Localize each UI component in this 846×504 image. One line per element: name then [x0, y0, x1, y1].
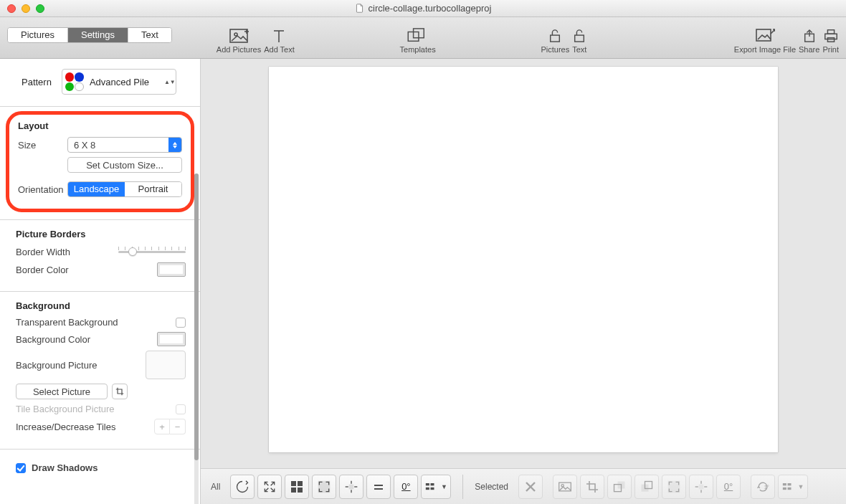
pattern-label: Pattern: [22, 77, 52, 87]
select-picture-button[interactable]: Select Picture: [16, 384, 108, 399]
svg-rect-35: [430, 487, 434, 489]
svg-rect-54: [787, 487, 791, 489]
send-back-icon: [640, 480, 654, 494]
set-custom-size-button[interactable]: Set Custom Size...: [67, 157, 182, 173]
center-button[interactable]: [339, 475, 363, 499]
sel-center-button[interactable]: [689, 475, 713, 499]
print-icon: [823, 28, 839, 44]
fill-icon: [317, 480, 331, 494]
orientation-portrait[interactable]: Portrait: [125, 182, 181, 196]
settings-sidebar: Pattern Advanced Pile ▲▼ Layout Size 6 X…: [0, 59, 201, 504]
pattern-select[interactable]: Advanced Pile ▲▼: [62, 69, 176, 95]
templates-icon: [407, 28, 429, 44]
all-label: All: [211, 482, 220, 492]
svg-rect-41: [618, 481, 625, 488]
fullscreen-window[interactable]: [36, 4, 44, 13]
svg-rect-22: [291, 488, 296, 493]
rotate-button[interactable]: 1°: [751, 475, 775, 499]
layout-highlight: Layout Size 6 X 8 Set Custom Size... Ori…: [6, 111, 194, 212]
svg-rect-53: [787, 483, 791, 485]
bring-front-icon: [612, 480, 627, 494]
all-tools: 0° ▼: [230, 475, 451, 499]
shuffle-button[interactable]: [230, 475, 255, 499]
svg-rect-23: [298, 488, 303, 493]
collage-canvas[interactable]: [269, 67, 778, 452]
transparent-bg-checkbox[interactable]: [176, 318, 186, 328]
tab-pictures[interactable]: Pictures: [8, 28, 68, 42]
sel-crop-button[interactable]: [580, 475, 604, 499]
titlebar: circle-collage.turbocollageproj: [0, 0, 846, 17]
align-menu-button[interactable]: ▼: [421, 475, 451, 499]
bring-front-button[interactable]: [607, 475, 632, 499]
lock-pictures-button[interactable]: Pictures: [541, 27, 569, 54]
share-button[interactable]: Share: [799, 27, 819, 54]
fit-button[interactable]: [257, 475, 282, 499]
svg-line-16: [265, 482, 269, 485]
crop-bg-button[interactable]: [112, 384, 128, 399]
draw-shadows-checkbox[interactable]: [16, 463, 26, 473]
toolbar: Pictures Settings Text Add Pictures Add …: [0, 17, 846, 59]
background-heading: Background: [16, 300, 186, 311]
templates-button[interactable]: Templates: [400, 27, 436, 54]
close-window[interactable]: [7, 4, 16, 13]
export-button[interactable]: Export Image File: [734, 27, 796, 54]
svg-text:1°: 1°: [764, 484, 769, 490]
add-pictures-icon: [229, 28, 249, 44]
border-color-swatch[interactable]: [157, 262, 186, 277]
bg-color-swatch[interactable]: [157, 332, 186, 346]
tab-settings[interactable]: Settings: [68, 28, 128, 42]
svg-rect-51: [782, 483, 786, 485]
sel-fill-button[interactable]: [662, 475, 686, 499]
send-back-button[interactable]: [634, 475, 659, 499]
add-pictures-label: Add Pictures: [217, 45, 261, 54]
print-label: Print: [822, 45, 839, 54]
add-pictures-button[interactable]: Add Pictures: [217, 27, 261, 54]
delete-button[interactable]: [518, 475, 543, 499]
fill-icon: [667, 480, 681, 494]
tile-bg-label: Tile Background Picture: [16, 404, 115, 414]
lock-text-label: Text: [572, 45, 586, 54]
sel-reset-rotation-button[interactable]: 0°: [716, 475, 741, 499]
grid-button[interactable]: [285, 475, 309, 499]
orientation-landscape[interactable]: Landscape: [68, 182, 125, 196]
sidebar-scrollbar[interactable]: [194, 173, 199, 504]
sel-picture-button[interactable]: [553, 475, 577, 499]
svg-rect-20: [291, 481, 296, 486]
align-menu-icon: [425, 481, 439, 493]
share-icon: [803, 28, 816, 44]
tab-text[interactable]: Text: [128, 28, 171, 42]
tile-bg-checkbox[interactable]: [176, 404, 186, 414]
size-select[interactable]: 6 X 8: [67, 137, 182, 153]
bg-picture-thumb[interactable]: [146, 351, 186, 379]
svg-rect-33: [426, 487, 429, 489]
size-label: Size: [18, 140, 36, 151]
add-text-button[interactable]: Add Text: [264, 27, 295, 54]
svg-rect-34: [430, 483, 434, 485]
lock-pictures-label: Pictures: [541, 45, 569, 54]
templates-label: Templates: [400, 45, 436, 54]
svg-rect-43: [642, 484, 649, 491]
tiles-increase-button[interactable]: +: [154, 419, 170, 434]
print-button[interactable]: Print: [822, 27, 839, 54]
center-icon: [694, 480, 708, 494]
border-width-slider[interactable]: [118, 245, 186, 258]
reset-rotation-button[interactable]: 0°: [394, 475, 418, 499]
pattern-value: Advanced Pile: [90, 77, 149, 87]
svg-rect-14: [827, 30, 834, 34]
svg-rect-44: [668, 480, 680, 493]
svg-rect-25: [349, 484, 354, 489]
crop-icon: [115, 387, 124, 396]
tiles-decrease-button[interactable]: −: [170, 419, 186, 434]
grid-icon: [290, 480, 303, 493]
minimize-window[interactable]: [22, 4, 30, 13]
share-label: Share: [799, 45, 819, 54]
bg-color-label: Background Color: [16, 334, 90, 345]
equal-button[interactable]: [366, 475, 391, 499]
fill-button[interactable]: [312, 475, 336, 499]
border-color-label: Border Color: [16, 265, 69, 275]
svg-point-1: [234, 33, 237, 36]
lock-text-button[interactable]: Text: [572, 27, 586, 54]
tiles-label: Increase/Decrease Tiles: [16, 422, 115, 432]
orientation-segmented: Landscape Portrait: [67, 181, 182, 197]
sel-align-menu-button[interactable]: ▼: [778, 475, 808, 499]
